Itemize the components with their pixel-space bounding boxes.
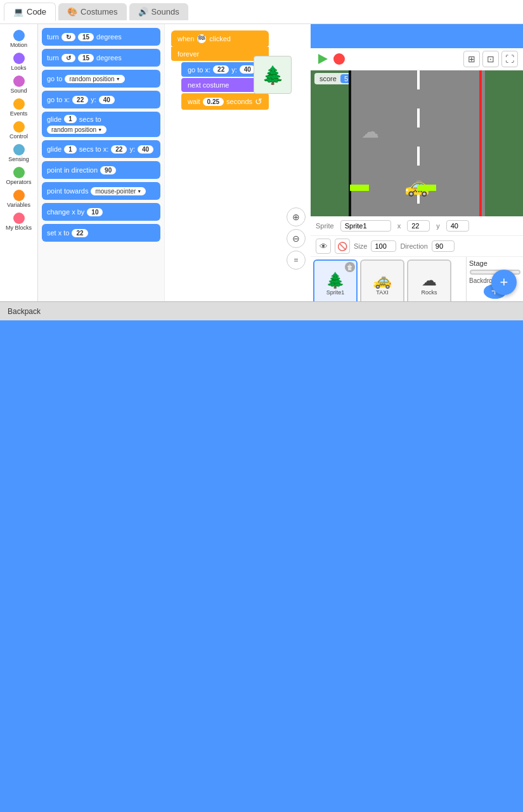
block-point-direction[interactable]: point in direction 90	[42, 161, 160, 179]
events-dot	[13, 98, 25, 110]
block-set-x[interactable]: set x to 22	[42, 224, 160, 242]
variables-dot	[13, 190, 25, 201]
stage-layout-controls: ⊞ ⊡ ⛶	[463, 51, 518, 67]
palette-sensing[interactable]: Sensing	[1, 142, 37, 164]
road-scene: score 5 ☁ 🚕	[311, 70, 523, 216]
sprite-info-row: Sprite x y	[311, 216, 523, 236]
costumes-icon: 🎨	[67, 7, 77, 16]
palette-control[interactable]: Control	[1, 119, 37, 141]
sprite-y-input[interactable]	[446, 220, 469, 232]
top-bar: 💻 Code 🎨 Costumes 🔊 Sounds	[0, 0, 523, 24]
looks-dot	[13, 53, 25, 64]
sprite-row2: 👁 🚫 Size Direction	[311, 236, 523, 257]
script-blocks-list: turn ↻ 15 degrees turn ↺ 15 degrees go t…	[38, 24, 165, 301]
road-black-line	[349, 70, 351, 216]
motion-dot	[13, 30, 25, 41]
sprite-size-input[interactable]	[371, 240, 396, 252]
block-turn-cw[interactable]: turn ↻ 15 degrees	[42, 28, 160, 46]
wait-block[interactable]: wait 0.25 seconds ↺	[181, 93, 269, 110]
zoom-out-button[interactable]: ⊖	[287, 229, 306, 248]
stage-header: ⊞ ⊡ ⛶	[311, 48, 523, 70]
taxi-icon: 🚕	[373, 272, 392, 289]
show-sprite-button[interactable]: 👁	[316, 239, 331, 254]
sound-dot	[13, 75, 25, 87]
block-palette: Motion Looks Sound Events Control Sensin…	[0, 24, 38, 301]
cloud-sprite: ☁	[361, 121, 379, 142]
palette-events[interactable]: Events	[1, 96, 37, 119]
hide-sprite-button[interactable]: 🚫	[335, 239, 350, 254]
rocks-icon: ☁	[422, 272, 437, 289]
layout-large-button[interactable]: ⊡	[482, 51, 499, 67]
sprite-name-input[interactable]	[340, 220, 391, 232]
palette-myblocks[interactable]: My Blocks	[1, 211, 37, 233]
block-turn-ccw[interactable]: turn ↺ 15 degrees	[42, 49, 160, 67]
code-icon: 💻	[13, 7, 23, 16]
green-flag-button[interactable]	[316, 52, 330, 66]
zoom-in-button[interactable]: ⊕	[287, 207, 306, 226]
tab-costumes[interactable]: 🎨 Costumes	[58, 3, 127, 20]
sprite-thumbnails: 🗑 🌲 Sprite1 🚕 TAXI ☁ Rocks Line 1	[311, 257, 466, 301]
layout-small-button[interactable]: ⊞	[463, 51, 480, 67]
sprite-direction-input[interactable]	[432, 240, 455, 252]
block-glide-xy[interactable]: glide 1 secs to x: 22 y: 40	[42, 140, 160, 158]
sprite-x-input[interactable]	[407, 220, 430, 232]
block-point-towards[interactable]: point towards mouse-pointer	[42, 182, 160, 200]
delete-sprite1-button[interactable]: 🗑	[345, 262, 355, 272]
palette-variables[interactable]: Variables	[1, 188, 37, 210]
flag-icon: 🏁	[197, 34, 206, 43]
block-change-x[interactable]: change x by 10	[42, 203, 160, 221]
block-glide-random[interactable]: glide 1 secs to random position	[42, 112, 160, 137]
block-goto-xy[interactable]: go to x: 22 y: 40	[42, 91, 160, 108]
palette-looks[interactable]: Looks	[1, 51, 37, 73]
green-bar-mid	[417, 185, 436, 191]
script-canvas: when 🏁 clicked forever go to x: 22 y: 40	[165, 24, 311, 301]
sensing-dot	[13, 144, 25, 155]
tab-code[interactable]: 💻 Code	[4, 3, 56, 21]
block-goto-random[interactable]: go to random position	[42, 70, 160, 88]
loop-arrow-icon: ↺	[255, 96, 262, 107]
stage-canvas: score 5 ☁ 🚕	[311, 70, 523, 216]
costume-thumbnail: 🌲	[254, 56, 292, 94]
green-bar-left	[350, 185, 369, 191]
bottom-area	[0, 320, 523, 812]
myblocks-dot	[13, 213, 25, 224]
operators-dot	[13, 167, 25, 178]
sounds-icon: 🔊	[138, 7, 148, 16]
palette-motion[interactable]: Motion	[1, 28, 37, 50]
svg-marker-0	[318, 54, 328, 64]
palette-sound[interactable]: Sound	[1, 74, 37, 96]
stage-section: ⊞ ⊡ ⛶ score 5 ☁ 🚕	[311, 48, 523, 301]
zoom-controls: ⊕ ⊖ =	[287, 207, 306, 270]
event-block[interactable]: when 🏁 clicked	[171, 30, 269, 47]
palette-operators[interactable]: Operators	[1, 165, 37, 187]
road-red-line	[479, 70, 482, 216]
stop-button[interactable]	[333, 53, 345, 65]
sprite-thumb-rocks[interactable]: ☁ Rocks	[407, 259, 451, 301]
control-dot	[13, 121, 25, 133]
sprite-thumb-taxi[interactable]: 🚕 TAXI	[360, 259, 404, 301]
sprite1-icon: 🌲	[326, 272, 345, 289]
zoom-reset-button[interactable]: =	[287, 251, 306, 270]
sprite-thumb-sprite1[interactable]: 🗑 🌲 Sprite1	[313, 259, 358, 301]
fullscreen-button[interactable]: ⛶	[501, 51, 518, 67]
tab-sounds[interactable]: 🔊 Sounds	[129, 3, 188, 20]
backpack-bar[interactable]: Backpack	[0, 301, 523, 320]
